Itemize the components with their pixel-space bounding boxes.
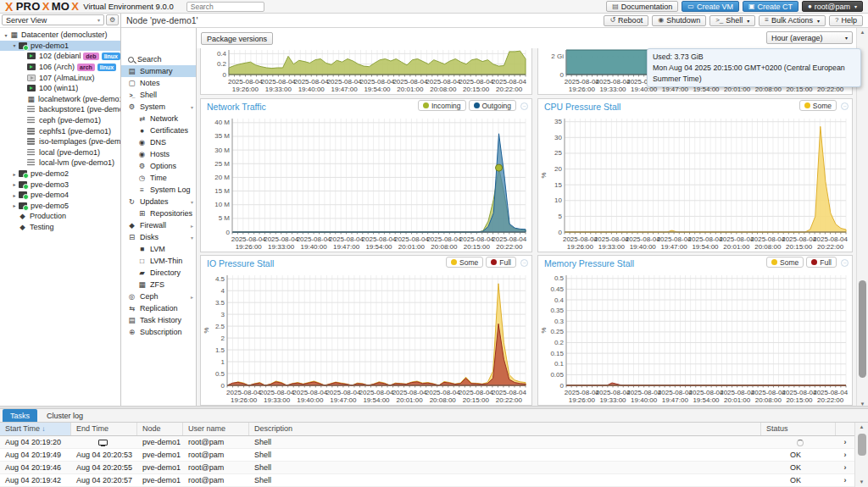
global-search-input[interactable] bbox=[186, 2, 264, 12]
legend-item-some[interactable]: Some bbox=[766, 257, 804, 268]
memory-pressure-chart[interactable]: 00.050.10.150.20.250.30.350.40.450.52025… bbox=[539, 270, 851, 404]
legend-item-incoming[interactable]: Incoming bbox=[418, 100, 466, 111]
menu-item-certificates[interactable]: ●Certificates bbox=[121, 125, 196, 136]
tree-item-testing[interactable]: ◆Testing bbox=[0, 222, 120, 233]
scrollbar-thumb[interactable] bbox=[859, 280, 866, 378]
bulk-actions-button[interactable]: ≡Bulk Actions▾ bbox=[759, 15, 826, 26]
column-header-node[interactable]: Node bbox=[137, 423, 183, 435]
menu-item-network[interactable]: ⇄Network bbox=[121, 113, 196, 125]
tasks-scrollbar[interactable]: ▲ ▼ bbox=[854, 423, 868, 487]
expander-icon[interactable]: ▸ bbox=[11, 202, 18, 208]
expander-icon[interactable]: ▸ bbox=[11, 171, 18, 177]
scroll-up-icon[interactable]: ▲ bbox=[855, 423, 868, 432]
menu-item-dns[interactable]: ◉DNS bbox=[121, 136, 196, 148]
tree-item-local-lvm-pve-demo1[interactable]: local-lvm (pve-demo1) bbox=[0, 158, 120, 169]
menu-item-hosts[interactable]: ◉Hosts bbox=[121, 148, 196, 160]
network-traffic-chart[interactable]: 05 M10 M15 M20 M25 M30 M35 M40 M2025-08-… bbox=[202, 113, 531, 251]
io-pressure-chart[interactable]: 00.511.522.533.544.52025-08-0419:26:0020… bbox=[202, 270, 531, 404]
menu-item-firewall[interactable]: ◆Firewall▸ bbox=[121, 219, 196, 231]
legend-item-some[interactable]: Some bbox=[446, 257, 483, 268]
tree-item-107-almalinux[interactable]: 107 (AlmaLinux) bbox=[0, 72, 120, 83]
tree-settings-button[interactable]: ⚙ bbox=[106, 14, 119, 25]
menu-item-zfs[interactable]: ▦ZFS bbox=[121, 279, 196, 291]
task-expand-button[interactable]: › bbox=[836, 438, 854, 446]
tree-item-ceph-pve-demo1[interactable]: ceph (pve-demo1) bbox=[0, 115, 120, 126]
menu-item-subscription[interactable]: ⊕Subscription bbox=[121, 326, 196, 338]
menu-item-summary[interactable]: ▤Summary bbox=[121, 65, 196, 77]
view-select[interactable]: Server View▾ bbox=[2, 14, 104, 25]
menu-item-shell[interactable]: >_Shell bbox=[121, 89, 196, 101]
menu-item-search[interactable]: Search bbox=[121, 53, 196, 65]
scroll-up-icon[interactable]: ▲ bbox=[857, 28, 868, 37]
tab-tasks[interactable]: Tasks bbox=[3, 409, 37, 422]
menu-item-disks[interactable]: ⊟Disks▾ bbox=[121, 231, 196, 243]
tree-item-102-debianbuster[interactable]: 102 (debianbuster)deblinux bbox=[0, 51, 120, 62]
tree-item-pve-demo4[interactable]: ▸pve-demo4 bbox=[0, 190, 120, 201]
column-header-status[interactable]: Status bbox=[761, 423, 836, 435]
tree-item-pve-demo2[interactable]: ▸pve-demo2 bbox=[0, 169, 120, 180]
menu-item-replication[interactable]: ⇆Replication bbox=[121, 302, 196, 314]
package-versions-button[interactable]: Package versions bbox=[201, 32, 273, 45]
task-expand-button[interactable]: › bbox=[836, 451, 854, 459]
timeframe-select[interactable]: Hour (average)▾ bbox=[766, 31, 853, 44]
shutdown-button[interactable]: ◉Shutdown bbox=[652, 15, 706, 26]
reboot-button[interactable]: ↺Reboot bbox=[604, 15, 648, 26]
tree-item-production[interactable]: ◆Production bbox=[0, 211, 120, 222]
menu-item-task-history[interactable]: ▤Task History bbox=[121, 314, 196, 326]
task-expand-button[interactable]: › bbox=[836, 476, 854, 484]
collapse-chart-icon[interactable]: − bbox=[841, 259, 849, 267]
column-header-start-time[interactable]: Start Time ↓ bbox=[0, 423, 71, 435]
task-row[interactable]: Aug 04 20:19:46Aug 04 20:20:55pve-demo1r… bbox=[0, 462, 854, 474]
expander-icon[interactable]: ▸ bbox=[11, 181, 18, 187]
task-row[interactable]: Aug 04 20:19:49Aug 04 20:20:53pve-demo1r… bbox=[0, 449, 854, 462]
tree-item-local-pve-demo1[interactable]: local (pve-demo1) bbox=[0, 147, 120, 158]
collapse-chart-icon[interactable]: − bbox=[520, 102, 528, 110]
shell-button[interactable]: >_Shell▾ bbox=[709, 15, 755, 26]
documentation-button[interactable]: ▤Documentation bbox=[606, 1, 678, 12]
tree-item-pve-demo1[interactable]: ▾pve-demo1 bbox=[0, 41, 120, 52]
scroll-down-icon[interactable]: ▼ bbox=[855, 478, 868, 487]
menu-item-directory[interactable]: ▰Directory bbox=[121, 267, 196, 279]
cpu-usage-chart[interactable]: 00.20.42025-08-0419:26:002025-08-0419:33… bbox=[202, 48, 531, 93]
collapse-chart-icon[interactable]: − bbox=[520, 259, 528, 267]
tree-item-iso-templages-pve-demo1[interactable]: iso-templages (pve-demo1) bbox=[0, 136, 120, 147]
help-button[interactable]: ?Help bbox=[829, 15, 863, 26]
tree-item-pve-demo5[interactable]: ▸pve-demo5 bbox=[0, 201, 120, 212]
tree-item-pve-demo3[interactable]: ▸pve-demo3 bbox=[0, 179, 120, 190]
task-row[interactable]: Aug 04 20:19:42Aug 04 20:20:57pve-demo1r… bbox=[0, 474, 854, 487]
menu-item-options[interactable]: ⚙Options bbox=[121, 160, 196, 172]
task-row[interactable]: Aug 04 20:19:20pve-demo1root@pamShell› bbox=[0, 436, 854, 449]
expander-icon[interactable]: ▾ bbox=[11, 42, 18, 48]
expander-icon[interactable]: ▸ bbox=[11, 192, 18, 198]
legend-item-full[interactable]: Full bbox=[806, 257, 837, 268]
collapse-chart-icon[interactable]: − bbox=[841, 102, 849, 110]
legend-item-some[interactable]: Some bbox=[799, 100, 837, 111]
menu-item-system[interactable]: ⚙System▾ bbox=[121, 101, 196, 113]
tree-item-cephfs1-pve-demo1[interactable]: cephfs1 (pve-demo1) bbox=[0, 125, 120, 136]
user-menu-button[interactable]: ●root@pam▾ bbox=[802, 1, 863, 12]
expander-icon[interactable]: ▾ bbox=[3, 32, 9, 38]
create-vm-button[interactable]: ▭Create VM bbox=[682, 1, 739, 12]
menu-item-system-log[interactable]: ≡System Log bbox=[121, 184, 196, 196]
column-header-user-name[interactable]: User name bbox=[183, 423, 249, 435]
legend-item-full[interactable]: Full bbox=[486, 257, 516, 268]
tree-item-datacenter-democluster[interactable]: ▾▦Datacenter (democluster) bbox=[0, 30, 120, 41]
menu-item-updates[interactable]: ↻Updates▾ bbox=[121, 196, 196, 208]
tree-item-backupstore1-pve-demo1[interactable]: backupstore1 (pve-demo1) bbox=[0, 104, 120, 115]
menu-item-time[interactable]: ◷Time bbox=[121, 172, 196, 184]
cpu-pressure-chart[interactable]: 051015202530352025-08-0419:26:002025-08-… bbox=[539, 113, 851, 251]
menu-item-ceph[interactable]: ◎Ceph▸ bbox=[121, 291, 196, 302]
tree-item-localnetwork-pve-demo1[interactable]: ▦localnetwork (pve-demo1) bbox=[0, 94, 120, 105]
task-expand-button[interactable]: › bbox=[836, 463, 854, 472]
menu-item-lvm-thin[interactable]: □LVM-Thin bbox=[121, 255, 196, 267]
tab-cluster-log[interactable]: Cluster log bbox=[39, 409, 91, 422]
menu-item-lvm[interactable]: ■LVM bbox=[121, 243, 196, 255]
create-ct-button[interactable]: ▣Create CT bbox=[743, 1, 798, 12]
column-header-description[interactable]: Description bbox=[249, 423, 761, 435]
tree-item-100-win11[interactable]: 100 (win11) bbox=[0, 83, 120, 94]
menu-item-repositories[interactable]: ⊞Repositories bbox=[121, 208, 196, 219]
tree-item-106-arch[interactable]: 106 (Arch)archlinux bbox=[0, 62, 120, 73]
menu-item-notes[interactable]: ▢Notes bbox=[121, 77, 196, 89]
column-header-end-time[interactable]: End Time bbox=[71, 423, 137, 435]
scrollbar-thumb[interactable] bbox=[858, 434, 866, 456]
